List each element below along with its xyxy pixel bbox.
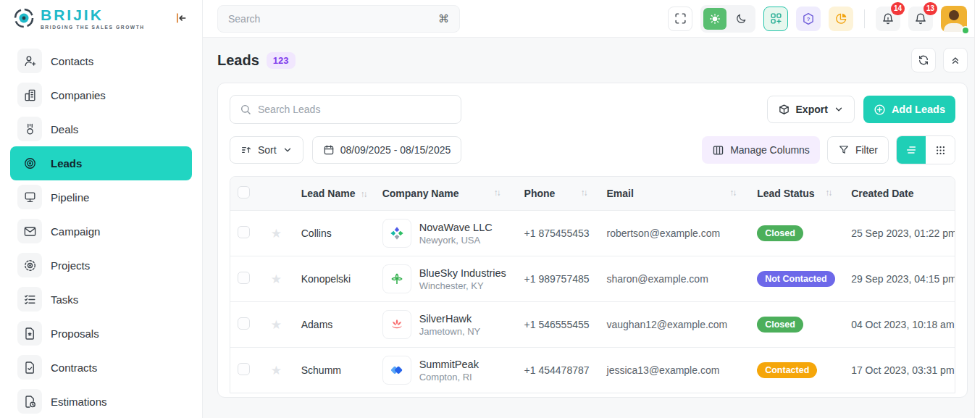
sort-arrows-icon[interactable]: ↑↓ bbox=[729, 188, 735, 198]
online-status-dot bbox=[961, 26, 970, 35]
company-name[interactable]: BlueSky Industries bbox=[419, 267, 506, 279]
refresh-button[interactable] bbox=[911, 48, 936, 72]
favorite-star-icon[interactable]: ★ bbox=[271, 364, 282, 377]
sidebar-item-contacts[interactable]: Contacts bbox=[10, 44, 192, 78]
column-created-date[interactable]: Created Date bbox=[844, 177, 955, 211]
favorite-star-icon[interactable]: ★ bbox=[271, 272, 282, 286]
chevron-down-icon bbox=[834, 104, 844, 114]
leads-table: Lead Name↑↓ Company Name↑↓ Phone↑↓ Email… bbox=[230, 176, 955, 393]
help-button[interactable]: ? bbox=[796, 7, 821, 31]
leads-toolbar-row2: Sort 08/09/2025 - 08/15/2025 Manage Colu… bbox=[230, 135, 955, 164]
column-lead-status[interactable]: Lead Status↑↓ bbox=[750, 177, 844, 211]
company-name[interactable]: SummitPeak bbox=[419, 359, 479, 370]
sidebar-item-leads[interactable]: Leads bbox=[10, 146, 192, 180]
status-badge: Closed bbox=[757, 225, 803, 241]
sidebar-item-contracts[interactable]: Contracts bbox=[10, 351, 192, 385]
sidebar-item-estimations[interactable]: Estimations bbox=[10, 385, 192, 418]
sort-icon bbox=[240, 144, 252, 156]
sidebar-item-campaign[interactable]: Campaign bbox=[10, 214, 192, 248]
pipeline-icon bbox=[17, 185, 42, 209]
view-toggle bbox=[896, 135, 955, 164]
column-company-name[interactable]: Company Name↑↓ bbox=[375, 177, 517, 211]
sort-arrows-icon[interactable]: ↑↓ bbox=[825, 188, 831, 198]
table-row: ★ Schumm SummitPeak bbox=[230, 348, 955, 393]
sidebar-item-pipeline[interactable]: Pipeline bbox=[10, 180, 192, 214]
sidebar-item-projects[interactable]: Projects bbox=[10, 248, 192, 283]
target-icon bbox=[17, 151, 42, 175]
sort-button[interactable]: Sort bbox=[230, 136, 303, 164]
export-button[interactable]: Export bbox=[767, 96, 855, 123]
user-avatar[interactable] bbox=[941, 6, 967, 32]
apps-grid-button[interactable] bbox=[763, 7, 788, 31]
company-location: Winchester, KY bbox=[419, 280, 506, 291]
leads-search[interactable] bbox=[230, 95, 461, 124]
filter-button[interactable]: Filter bbox=[827, 136, 889, 164]
sidebar-collapse-button[interactable] bbox=[173, 11, 188, 25]
global-search-input[interactable] bbox=[228, 13, 432, 25]
sort-arrows-icon[interactable]: ↑↓ bbox=[494, 188, 500, 198]
status-badge: Not Contacted bbox=[757, 271, 834, 287]
sidebar-item-label: Estimations bbox=[51, 396, 107, 408]
select-all-checkbox[interactable] bbox=[238, 186, 250, 198]
company-logo-lotus-icon bbox=[382, 310, 411, 339]
filter-funnel-icon bbox=[838, 144, 850, 156]
grid-dots-icon bbox=[935, 145, 946, 156]
table-header-row: Lead Name↑↓ Company Name↑↓ Phone↑↓ Email… bbox=[230, 177, 955, 211]
list-view-button[interactable] bbox=[897, 136, 926, 164]
alerts-count-badge: 14 bbox=[891, 2, 905, 15]
sidebar-item-tasks[interactable]: Tasks bbox=[10, 283, 192, 317]
sort-arrows-icon[interactable]: ↑↓ bbox=[360, 189, 366, 199]
manage-columns-button[interactable]: Manage Columns bbox=[702, 136, 820, 164]
table-row: ★ Adams SilverHawk bbox=[230, 302, 955, 348]
global-search[interactable]: ⌘ bbox=[217, 5, 460, 33]
medal-icon bbox=[17, 117, 42, 141]
company-name[interactable]: NovaWave LLC bbox=[419, 222, 493, 233]
sidebar-item-proposals[interactable]: Proposals bbox=[10, 317, 192, 351]
page-scrollbar[interactable] bbox=[974, 0, 980, 418]
lead-name[interactable]: Konopelski bbox=[301, 273, 351, 285]
lead-name[interactable]: Adams bbox=[301, 319, 333, 330]
company-logo-clover-icon bbox=[382, 264, 411, 293]
column-phone[interactable]: Phone↑↓ bbox=[517, 177, 600, 211]
company-logo-pinwheel-icon bbox=[382, 219, 411, 248]
row-checkbox[interactable] bbox=[238, 272, 250, 284]
sidebar-item-label: Proposals bbox=[51, 327, 99, 340]
lead-name[interactable]: Schumm bbox=[301, 364, 341, 376]
theme-toggle bbox=[700, 5, 755, 33]
column-email[interactable]: Email↑↓ bbox=[600, 177, 750, 211]
brand-tagline: BRIDGING THE SALES GROWTH bbox=[41, 25, 145, 30]
chevron-down-icon bbox=[282, 145, 293, 155]
alerts-bell-button[interactable]: 14 bbox=[876, 7, 900, 31]
sidebar-item-label: Projects bbox=[51, 259, 90, 272]
row-checkbox[interactable] bbox=[238, 226, 250, 238]
column-lead-name[interactable]: Lead Name↑↓ bbox=[294, 177, 375, 211]
page-header-actions bbox=[911, 48, 968, 72]
select-all-header bbox=[230, 177, 264, 211]
row-checkbox[interactable] bbox=[238, 363, 250, 375]
fullscreen-button[interactable] bbox=[668, 7, 692, 31]
company-name[interactable]: SilverHawk bbox=[419, 313, 481, 325]
brand-logo-icon bbox=[13, 7, 35, 29]
light-mode-button[interactable] bbox=[703, 8, 726, 30]
leads-card: Export Add Leads Sort bbox=[217, 83, 968, 398]
date-range-button[interactable]: 08/09/2025 - 08/15/2025 bbox=[312, 136, 462, 164]
topbar-divider bbox=[864, 9, 865, 28]
sidebar-item-deals[interactable]: Deals bbox=[10, 112, 192, 146]
lead-name[interactable]: Collins bbox=[301, 227, 332, 239]
row-checkbox[interactable] bbox=[238, 317, 250, 330]
dark-mode-button[interactable] bbox=[729, 8, 753, 30]
grid-view-button[interactable] bbox=[926, 136, 955, 164]
svg-text:?: ? bbox=[807, 15, 811, 22]
reports-pie-button[interactable] bbox=[829, 7, 853, 31]
notifications-bell-button[interactable]: 13 bbox=[908, 7, 933, 31]
leads-search-input[interactable] bbox=[258, 104, 451, 115]
favorite-star-icon[interactable]: ★ bbox=[271, 318, 282, 332]
sidebar-item-label: Campaign bbox=[51, 225, 100, 238]
add-leads-button[interactable]: Add Leads bbox=[863, 96, 955, 123]
sort-arrows-icon[interactable]: ↑↓ bbox=[581, 188, 587, 198]
sidebar-item-companies[interactable]: Companies bbox=[10, 78, 192, 112]
phone-cell: +1 454478787 bbox=[517, 348, 600, 393]
brand-name: BRIJIK bbox=[41, 7, 145, 22]
collapse-header-button[interactable] bbox=[943, 48, 968, 72]
favorite-star-icon[interactable]: ★ bbox=[271, 227, 282, 241]
